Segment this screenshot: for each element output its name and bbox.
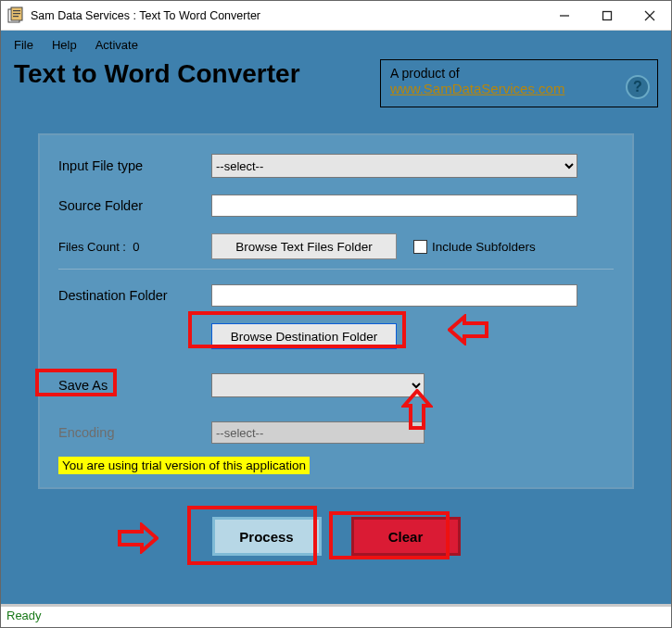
product-of-label: A product of bbox=[390, 66, 648, 81]
divider bbox=[58, 269, 614, 270]
menu-activate[interactable]: Activate bbox=[95, 38, 138, 52]
svg-rect-6 bbox=[603, 11, 612, 19]
browse-source-button[interactable]: Browse Text Files Folder bbox=[211, 233, 397, 259]
window-title: Sam Data Services : Text To Word Convert… bbox=[31, 9, 260, 22]
annotation-box bbox=[187, 506, 317, 565]
annotation-box bbox=[35, 369, 117, 396]
form-panel: Input File type --select-- Source Folder… bbox=[38, 133, 634, 489]
header-row: Text to Word Converter A product of www.… bbox=[1, 56, 671, 115]
page-title: Text to Word Converter bbox=[14, 59, 300, 89]
client-area: File Help Activate Text to Word Converte… bbox=[1, 31, 671, 604]
save-as-select[interactable] bbox=[211, 373, 425, 397]
annotation-arrow-left-icon bbox=[448, 314, 488, 345]
app-icon bbox=[6, 6, 25, 25]
titlebar: Sam Data Services : Text To Word Convert… bbox=[1, 1, 671, 31]
product-link[interactable]: www.SamDataServices.com bbox=[390, 81, 564, 96]
input-type-label: Input File type bbox=[58, 158, 211, 173]
menubar: File Help Activate bbox=[1, 31, 671, 56]
product-box: A product of www.SamDataServices.com ? bbox=[380, 59, 658, 107]
destination-folder-label: Destination Folder bbox=[58, 288, 211, 303]
annotation-arrow-right-icon bbox=[118, 522, 158, 554]
encoding-input bbox=[211, 421, 425, 444]
source-folder-input[interactable] bbox=[211, 195, 577, 217]
trial-message: You are using trial version of this appl… bbox=[58, 457, 310, 474]
app-window: Sam Data Services : Text To Word Convert… bbox=[0, 0, 672, 628]
close-button[interactable] bbox=[628, 2, 671, 30]
help-icon[interactable]: ? bbox=[626, 75, 650, 99]
destination-folder-input[interactable] bbox=[211, 284, 577, 307]
annotation-box bbox=[188, 311, 406, 348]
svg-rect-4 bbox=[13, 16, 19, 17]
files-count-value: 0 bbox=[133, 240, 139, 254]
action-row: Process Clear bbox=[1, 517, 671, 556]
status-bar: Ready bbox=[1, 607, 671, 627]
files-count-label: Files Count : 0 bbox=[58, 240, 211, 254]
menu-help[interactable]: Help bbox=[52, 38, 77, 52]
status-text: Ready bbox=[6, 609, 42, 622]
source-folder-label: Source Folder bbox=[58, 198, 211, 213]
input-type-select[interactable]: --select-- bbox=[211, 154, 577, 178]
svg-rect-3 bbox=[13, 13, 20, 14]
encoding-label: Encoding bbox=[58, 425, 211, 440]
minimize-button[interactable] bbox=[543, 2, 586, 30]
annotation-box bbox=[329, 511, 450, 559]
svg-rect-2 bbox=[13, 10, 20, 11]
maximize-button[interactable] bbox=[586, 2, 628, 30]
include-subfolders-checkbox[interactable] bbox=[413, 240, 427, 254]
annotation-arrow-up-icon bbox=[401, 389, 433, 430]
include-subfolders-wrap[interactable]: Include Subfolders bbox=[413, 240, 536, 254]
menu-file[interactable]: File bbox=[14, 38, 33, 52]
include-subfolders-label: Include Subfolders bbox=[432, 240, 536, 254]
